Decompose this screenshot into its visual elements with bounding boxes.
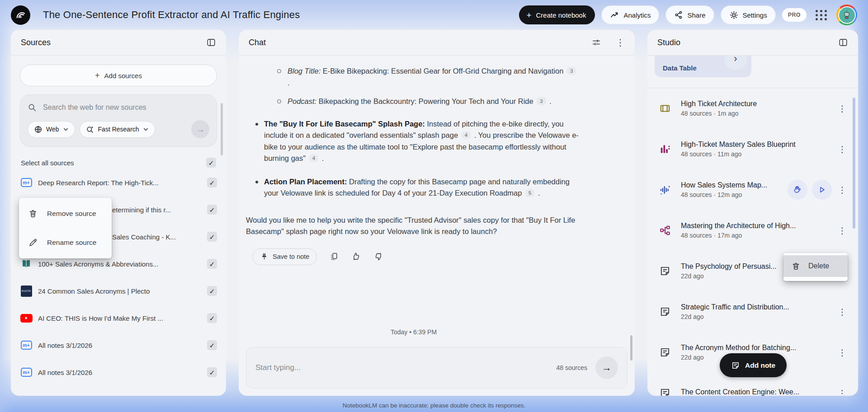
bar-chart-icon [657, 143, 673, 155]
collapse-panel-icon[interactable] [206, 37, 216, 47]
plus-icon: + [526, 11, 531, 19]
chat-bullet: Action Plan Placement: Drafting the copy… [264, 176, 581, 199]
send-message-button[interactable]: → [595, 356, 618, 379]
source-checkbox[interactable]: ✓ [207, 259, 217, 269]
item-more-options-icon[interactable]: ⋮ [836, 389, 848, 396]
rename-source-label: Rename source [47, 239, 96, 247]
citation-chip[interactable]: 3 [537, 97, 546, 105]
add-sources-button[interactable]: + Add sources [20, 65, 217, 86]
source-checkbox[interactable]: ✓ [207, 313, 217, 323]
arrow-right-icon: → [196, 125, 205, 134]
user-avatar[interactable] [836, 5, 857, 25]
studio-item-text[interactable]: How Sales Systems Map... 48 sources · 12… [681, 181, 786, 198]
save-to-note-button[interactable]: Save to note [252, 248, 317, 265]
disclaimer-text: NotebookLM can be inaccurate; please dou… [0, 402, 868, 409]
chat-more-options-icon[interactable]: ⋮ [616, 38, 625, 47]
web-source-dropdown[interactable]: Web [28, 121, 75, 138]
source-title[interactable]: Sales Coaching - K... [112, 233, 207, 241]
source-title[interactable]: All notes 3/1/2026 [38, 369, 207, 376]
source-title[interactable]: etermining if this r... [112, 206, 207, 214]
search-input[interactable]: Search the web for new sources [28, 103, 209, 112]
source-row: PLECTO 24 Common Sales Acronyms | Plecto… [20, 279, 217, 303]
research-mode-dropdown[interactable]: Fast Research [80, 121, 155, 138]
interactive-mode-button[interactable] [788, 180, 807, 200]
source-checkbox[interactable]: ✓ [207, 286, 217, 296]
research-dropdown-label: Fast Research [98, 126, 139, 133]
check-icon: ✓ [208, 159, 214, 166]
item-more-options-icon[interactable]: ⋮ [836, 348, 848, 357]
notebooklm-app: The One-Sentence Profit Extractor and AI… [0, 0, 868, 412]
studio-item-text[interactable]: Mastering the Architecture of High... 48… [681, 222, 836, 239]
chevron-down-icon [143, 126, 149, 132]
fast-research-icon [86, 125, 94, 134]
note-icon [657, 387, 673, 396]
audio-waveform-icon [657, 184, 673, 196]
pin-icon [260, 253, 269, 261]
source-title[interactable]: AI CEO: THIS is How I'd Make My First ..… [38, 314, 207, 322]
item-more-options-icon[interactable]: ⋮ [836, 104, 848, 113]
thumbs-down-icon[interactable] [373, 252, 383, 262]
source-context-menu: Remove source Rename source [19, 198, 112, 258]
gear-icon [729, 10, 739, 20]
item-more-options-icon[interactable]: ⋮ [836, 145, 848, 154]
play-audio-button[interactable] [812, 180, 832, 200]
globe-icon [34, 125, 42, 134]
note-icon [657, 346, 673, 358]
chat-messages[interactable]: Blog Title: E-Bike Bikepacking: Essentia… [239, 56, 635, 344]
item-more-options-icon[interactable]: ⋮ [836, 186, 848, 194]
source-checkbox[interactable]: ✓ [207, 367, 217, 377]
studio-item-text[interactable]: High-Ticket Mastery Sales Blueprint 48 s… [681, 140, 836, 158]
source-title[interactable]: 24 Common Sales Acronyms | Plecto [38, 287, 207, 295]
analytics-button[interactable]: Analytics [601, 5, 659, 24]
thumbs-up-icon[interactable] [351, 252, 361, 262]
bullet-text: Bikepacking the Backcountry: Powering Yo… [316, 97, 533, 105]
studio-item-text[interactable]: High Ticket Architecture 48 sources · 1m… [681, 100, 836, 117]
settings-button[interactable]: Settings [721, 5, 776, 24]
citation-chip[interactable]: 4 [462, 131, 471, 139]
source-title[interactable]: All notes 3/1/2026 [38, 342, 207, 349]
studio-item-title: The Acronym Method for Batching... [681, 344, 796, 351]
notebook-title[interactable]: The One-Sentence Profit Extractor and AI… [43, 9, 300, 21]
source-title[interactable]: 100+ Sales Acronyms & Abbreviations... [38, 260, 207, 268]
source-checkbox[interactable]: ✓ [207, 205, 217, 215]
chevron-right-icon: › [734, 56, 737, 64]
remove-source-menu-item[interactable]: Remove source [19, 199, 112, 228]
hand-wave-icon [793, 185, 802, 195]
item-more-options-icon[interactable]: ⋮ [836, 308, 848, 316]
create-notebook-button[interactable]: + Create notebook [519, 5, 595, 24]
studio-item-title: The Psychology of Persuasi... [681, 262, 777, 270]
source-title[interactable]: Deep Research Report: The High-Tick... [38, 179, 207, 187]
notebooklm-logo-icon[interactable] [11, 5, 30, 25]
add-note-button[interactable]: Add note [720, 353, 787, 377]
mind-map-icon [657, 225, 673, 236]
app-header: The One-Sentence Profit Extractor and AI… [0, 0, 868, 30]
studio-header: Studio [647, 30, 858, 56]
copy-icon[interactable] [329, 252, 339, 262]
settings-label: Settings [743, 11, 767, 19]
source-row: m+ Deep Research Report: The High-Tick..… [20, 170, 217, 195]
select-all-row: Select all sources ✓ [21, 158, 216, 168]
search-submit-button[interactable]: → [191, 120, 209, 138]
apps-grid-icon[interactable] [816, 10, 827, 20]
chat-closing-paragraph: Would you like me to help you write the … [246, 215, 581, 238]
delete-menu-item[interactable]: Delete [783, 255, 848, 277]
header-actions: + Create notebook Analytics Share [519, 5, 857, 25]
studio-item-text[interactable]: Strategic Traffic and Distribution... 22… [681, 303, 836, 320]
expand-panel-icon[interactable] [838, 37, 848, 47]
source-checkbox[interactable]: ✓ [207, 178, 217, 187]
chat-input[interactable]: Start typing... 48 sources → [246, 347, 627, 389]
plecto-favicon: PLECTO [20, 286, 33, 297]
add-sources-label: Add sources [104, 72, 142, 80]
share-button[interactable]: Share [665, 5, 714, 24]
source-checkbox[interactable]: ✓ [207, 232, 217, 242]
citation-chip[interactable]: 5 [525, 189, 534, 197]
citation-chip[interactable]: 3 [567, 67, 576, 75]
citation-chip[interactable]: 4 [309, 154, 318, 162]
select-all-checkbox[interactable]: ✓ [206, 158, 216, 168]
chat-settings-icon[interactable] [591, 37, 601, 47]
studio-item-title: The Content Creation Engine: Wee... [681, 388, 799, 396]
rename-source-menu-item[interactable]: Rename source [19, 228, 112, 257]
item-more-options-icon[interactable]: ⋮ [836, 226, 848, 235]
studio-item-text[interactable]: The Content Creation Engine: Wee... [681, 388, 836, 396]
source-checkbox[interactable]: ✓ [207, 340, 217, 350]
